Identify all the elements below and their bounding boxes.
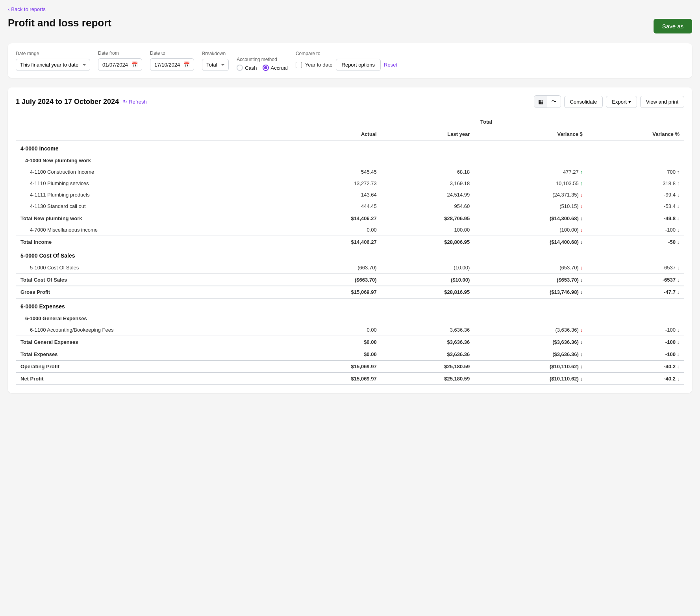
back-header: ‹ Back to reports <box>8 6 692 12</box>
row-actual: $0.00 <box>288 336 381 348</box>
table-row: 4-1100 Construction Income 545.45 68.18 … <box>16 166 684 178</box>
export-button[interactable]: Export ▾ <box>606 96 637 108</box>
table-row: 4-7000 Miscellaneous income 0.00 100.00 … <box>16 224 684 236</box>
date-range-select[interactable]: This financial year to date <box>16 59 90 71</box>
compare-to-label: Compare to <box>296 51 397 56</box>
row-last-year: ($10.00) <box>381 274 475 286</box>
row-label: Operating Profit <box>16 360 288 373</box>
section-header-label: 5-0000 Cost Of Sales <box>16 248 684 262</box>
row-label: 5-1000 Cost Of Sales <box>16 262 288 274</box>
table-row: Total Cost Of Sales ($663.70) ($10.00) (… <box>16 274 684 286</box>
row-actual: $14,406.27 <box>288 212 381 225</box>
cash-radio-circle <box>237 65 243 71</box>
row-variance-dollar: (510.15) ↓ <box>474 200 587 212</box>
save-as-button[interactable]: Save as <box>654 19 692 33</box>
reset-link[interactable]: Reset <box>384 62 397 68</box>
breakdown-label: Breakdown <box>202 51 229 56</box>
row-variance-pct: -47.7 ↓ <box>587 286 684 298</box>
row-variance-dollar: (653.70) ↓ <box>474 262 587 274</box>
report-options-button[interactable]: Report options <box>336 59 381 71</box>
table-row: Operating Profit $15,069.97 $25,180.59 (… <box>16 360 684 373</box>
row-actual: 0.00 <box>288 324 381 336</box>
row-last-year: 100.00 <box>381 224 475 236</box>
back-to-reports-label: Back to reports <box>11 6 45 12</box>
year-to-date-checkbox[interactable] <box>296 62 302 68</box>
table-row: 4-1110 Plumbing services 13,272.73 3,169… <box>16 178 684 189</box>
row-last-year: (10.00) <box>381 262 475 274</box>
chart-view-button[interactable]: 〜 <box>547 96 561 108</box>
row-variance-pct: -99.4 ↓ <box>587 189 684 200</box>
cash-radio-option[interactable]: Cash <box>237 65 257 71</box>
accounting-method-label: Accounting method <box>237 57 288 62</box>
breakdown-select[interactable]: Total <box>202 59 229 71</box>
row-actual: 0.00 <box>288 224 381 236</box>
col-actual-header: Actual <box>288 128 381 141</box>
row-actual: $15,069.97 <box>288 373 381 385</box>
row-variance-dollar: ($3,636.36) ↓ <box>474 348 587 361</box>
row-label: 4-1111 Plumbing products <box>16 189 288 200</box>
row-label: Total New plumbing work <box>16 212 288 225</box>
row-variance-dollar: ($653.70) ↓ <box>474 274 587 286</box>
date-to-filter: Date to 17/10/2024 📅 <box>150 50 194 71</box>
row-actual: 143.64 <box>288 189 381 200</box>
accrual-radio-option[interactable]: Accrual <box>263 65 288 71</box>
row-last-year: 68.18 <box>381 166 475 178</box>
toolbar-right: ▦ 〜 Consolidate Export ▾ View and print <box>534 95 684 108</box>
date-range-filter: Date range This financial year to date <box>16 51 90 71</box>
row-label: 4-1100 Construction Income <box>16 166 288 178</box>
report-date-range-text: 1 July 2024 to 17 October 2024 <box>16 98 119 106</box>
row-variance-dollar: ($14,400.68) ↓ <box>474 236 587 248</box>
row-variance-pct: -40.2 ↓ <box>587 373 684 385</box>
view-toggle-group: ▦ 〜 <box>534 95 561 108</box>
row-label: Net Profit <box>16 373 288 385</box>
row-variance-pct: 318.8 ↑ <box>587 178 684 189</box>
row-variance-pct: -100 ↓ <box>587 336 684 348</box>
row-variance-dollar: 10,103.55 ↑ <box>474 178 587 189</box>
view-print-button[interactable]: View and print <box>640 96 684 108</box>
date-from-input[interactable]: 01/07/2024 📅 <box>98 58 142 71</box>
date-to-calendar-icon: 📅 <box>183 61 190 68</box>
col-variance-dollar-header: Variance $ <box>474 128 587 141</box>
row-label: Gross Profit <box>16 286 288 298</box>
row-actual: $15,069.97 <box>288 286 381 298</box>
row-variance-dollar: (24,371.35) ↓ <box>474 189 587 200</box>
col-name-header <box>16 128 288 141</box>
row-last-year: $3,636.36 <box>381 348 475 361</box>
row-actual: 545.45 <box>288 166 381 178</box>
report-container: 1 July 2024 to 17 October 2024 ↻ Refresh… <box>8 87 692 393</box>
date-from-label: Date from <box>98 50 142 56</box>
section-header-label: 6-0000 Expenses <box>16 298 684 313</box>
row-last-year: 3,636.36 <box>381 324 475 336</box>
consolidate-button[interactable]: Consolidate <box>564 96 603 108</box>
row-variance-dollar: ($13,746.98) ↓ <box>474 286 587 298</box>
date-from-filter: Date from 01/07/2024 📅 <box>98 50 142 71</box>
date-range-label: Date range <box>16 51 90 56</box>
report-toolbar: 1 July 2024 to 17 October 2024 ↻ Refresh… <box>16 95 684 108</box>
table-row: 4-1130 Standard call out 444.45 954.60 (… <box>16 200 684 212</box>
row-actual: $14,406.27 <box>288 236 381 248</box>
row-last-year: 24,514.99 <box>381 189 475 200</box>
report-date-range: 1 July 2024 to 17 October 2024 ↻ Refresh <box>16 98 147 106</box>
date-to-input[interactable]: 17/10/2024 📅 <box>150 58 194 71</box>
row-label: Total Cost Of Sales <box>16 274 288 286</box>
row-label: Total Income <box>16 236 288 248</box>
back-arrow-icon: ‹ <box>8 6 9 12</box>
row-label: 6-1100 Accounting/Bookeeping Fees <box>16 324 288 336</box>
back-to-reports-link[interactable]: ‹ Back to reports <box>8 6 46 12</box>
row-variance-pct: -53.4 ↓ <box>587 200 684 212</box>
filters-bar: Date range This financial year to date D… <box>8 43 692 78</box>
refresh-button[interactable]: ↻ Refresh <box>123 99 147 105</box>
table-row: Total Expenses $0.00 $3,636.36 ($3,636.3… <box>16 348 684 361</box>
cash-label: Cash <box>245 65 257 71</box>
page-container: ‹ Back to reports Profit and loss report… <box>0 0 700 616</box>
row-last-year: $28,806.95 <box>381 236 475 248</box>
row-variance-pct: -6537 ↓ <box>587 262 684 274</box>
table-row: 5-0000 Cost Of Sales <box>16 248 684 262</box>
row-actual: 13,272.73 <box>288 178 381 189</box>
breakdown-filter: Breakdown Total <box>202 51 229 71</box>
row-variance-dollar: ($3,636.36) ↓ <box>474 336 587 348</box>
accounting-radio-group: Cash Accrual <box>237 65 288 71</box>
row-variance-pct: -50 ↓ <box>587 236 684 248</box>
table-view-button[interactable]: ▦ <box>534 96 547 108</box>
row-last-year: 3,169.18 <box>381 178 475 189</box>
